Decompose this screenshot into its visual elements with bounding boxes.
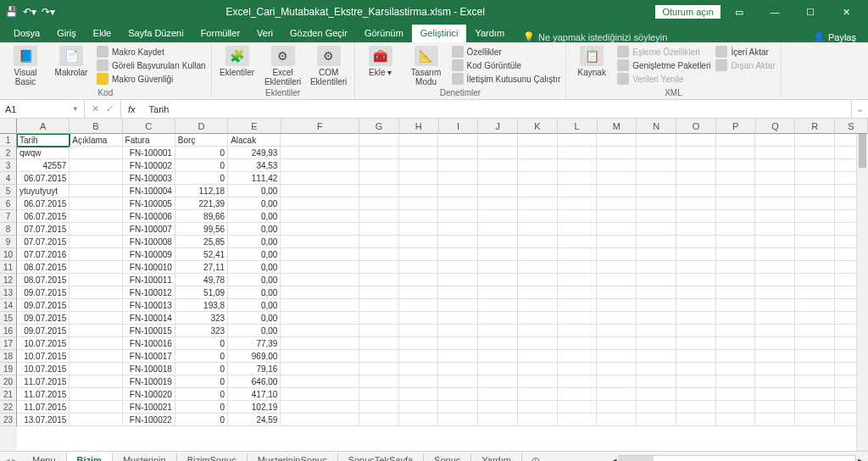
cell[interactable]: 193,8 [175, 299, 228, 312]
cell[interactable]: FN-100001 [123, 147, 175, 159]
cell[interactable] [558, 197, 598, 210]
cell[interactable] [438, 223, 478, 236]
cell[interactable] [558, 236, 598, 248]
col-header-L[interactable]: L [558, 119, 598, 134]
cell[interactable] [637, 159, 676, 172]
cell[interactable] [716, 248, 756, 261]
row-header-11[interactable]: 11 [0, 261, 17, 274]
cell[interactable] [676, 325, 716, 337]
cell[interactable] [359, 147, 399, 159]
sheet-nav-next-icon[interactable]: ▸ [12, 455, 17, 461]
cell[interactable] [597, 414, 637, 426]
scroll-thumb[interactable] [859, 134, 866, 168]
cell[interactable] [70, 261, 122, 274]
cell[interactable] [716, 236, 756, 248]
hscroll-thumb[interactable] [620, 456, 654, 462]
cell[interactable] [399, 172, 439, 185]
cell[interactable] [518, 350, 558, 363]
cell[interactable]: FN-100009 [123, 248, 175, 261]
cell[interactable]: 0,00 [228, 236, 281, 248]
cell[interactable] [716, 375, 756, 388]
cell[interactable] [281, 388, 359, 401]
cell[interactable] [795, 274, 835, 286]
cell[interactable] [597, 185, 637, 197]
cell[interactable]: 0,00 [228, 185, 281, 197]
cell[interactable]: 08.07.2015 [17, 274, 70, 286]
tab-gözden geçir[interactable]: Gözden Geçir [281, 25, 356, 42]
cell[interactable] [281, 401, 359, 414]
cell[interactable] [755, 147, 795, 159]
cell[interactable] [755, 350, 795, 363]
col-header-N[interactable]: N [637, 119, 676, 134]
cell[interactable] [281, 223, 359, 236]
cell[interactable] [716, 185, 756, 197]
cell[interactable] [716, 325, 756, 337]
row-header-5[interactable]: 5 [0, 185, 17, 197]
cell[interactable] [478, 286, 518, 299]
cell[interactable] [478, 299, 518, 312]
cell[interactable] [518, 185, 558, 197]
cell[interactable] [399, 337, 439, 350]
cell[interactable] [755, 236, 795, 248]
cell[interactable] [399, 299, 439, 312]
cell[interactable]: 0 [175, 414, 228, 426]
cell[interactable] [795, 210, 835, 223]
cell[interactable] [597, 388, 637, 401]
row-header-12[interactable]: 12 [0, 274, 17, 286]
cell[interactable] [399, 134, 439, 147]
cell[interactable] [558, 337, 598, 350]
cell[interactable] [478, 337, 518, 350]
record-macro-button[interactable]: Makro Kaydet [97, 46, 206, 58]
cell[interactable] [637, 236, 676, 248]
sheet-tab-bizim[interactable]: Bizim [67, 453, 113, 462]
sheet-tab-bizimsonuc[interactable]: BizimSonuc [177, 453, 248, 462]
cell[interactable] [70, 312, 122, 325]
export-button[interactable]: Dışarı Aktar [715, 59, 775, 71]
visual-basic-button[interactable]: 📘 Visual Basic [5, 44, 46, 86]
sheet-nav-prev-icon[interactable]: ◂ [5, 455, 10, 461]
cell[interactable]: FN-100014 [123, 312, 175, 325]
cell[interactable] [676, 350, 716, 363]
cell[interactable] [399, 210, 439, 223]
cell[interactable] [518, 223, 558, 236]
cell[interactable] [716, 274, 756, 286]
row-header-19[interactable]: 19 [0, 363, 17, 375]
cell[interactable] [637, 197, 676, 210]
cell[interactable] [637, 274, 676, 286]
cell[interactable] [281, 337, 359, 350]
cell[interactable] [637, 375, 676, 388]
cell[interactable] [359, 363, 399, 375]
cell[interactable] [518, 363, 558, 375]
cell[interactable] [478, 375, 518, 388]
cell[interactable]: 0,00 [228, 197, 281, 210]
cell[interactable] [518, 210, 558, 223]
cell[interactable] [558, 414, 598, 426]
tab-geliştirici[interactable]: Geliştirici [412, 25, 467, 42]
cell[interactable] [478, 210, 518, 223]
cell[interactable] [399, 286, 439, 299]
cell[interactable] [755, 197, 795, 210]
cell[interactable] [637, 147, 676, 159]
cell[interactable]: 102,19 [228, 401, 281, 414]
cell[interactable]: 10.07.2015 [17, 350, 70, 363]
cell[interactable] [795, 147, 835, 159]
row-header-21[interactable]: 21 [0, 388, 17, 401]
cell[interactable] [399, 363, 439, 375]
cell[interactable] [637, 401, 676, 414]
cell[interactable] [281, 248, 359, 261]
cell[interactable] [597, 274, 637, 286]
cell[interactable] [716, 159, 756, 172]
cell[interactable]: 0,00 [228, 261, 281, 274]
cell[interactable]: 09.07.2015 [17, 286, 70, 299]
cell[interactable] [518, 375, 558, 388]
cell[interactable] [438, 299, 478, 312]
cell[interactable] [755, 401, 795, 414]
cell[interactable] [755, 337, 795, 350]
close-icon[interactable]: ✕ [829, 0, 863, 24]
cell[interactable] [676, 388, 716, 401]
cell[interactable]: FN-100011 [123, 274, 175, 286]
tell-me[interactable]: 💡 Ne yapmak istediğinizi söyleyin [513, 31, 667, 42]
col-header-C[interactable]: C [123, 119, 175, 134]
cell[interactable] [70, 223, 122, 236]
cell[interactable]: 0 [175, 363, 228, 375]
